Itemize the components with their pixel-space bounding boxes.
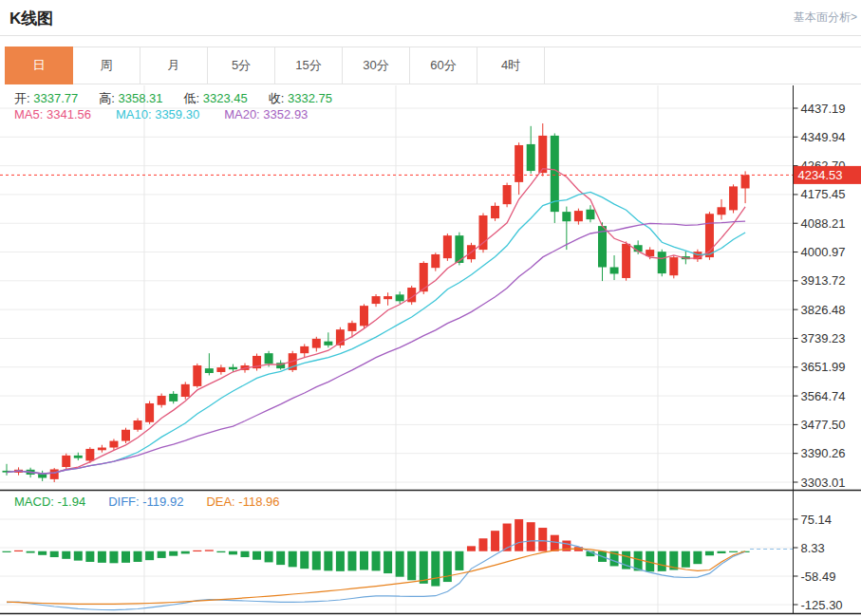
macd-axis-label: 8.33 (801, 541, 825, 555)
legend-item: DEA: -118.96 (206, 495, 279, 509)
price-axis-label: 3477.50 (801, 418, 846, 432)
legend-item: 高: 3358.31 (99, 90, 162, 107)
macd-axis-label: -125.30 (801, 598, 843, 612)
price-axis-label: 3651.99 (801, 360, 846, 374)
macd-axis-label: -58.49 (801, 569, 836, 584)
tab-日[interactable]: 日 (5, 47, 73, 84)
current-price-value: 4234.53 (798, 168, 843, 182)
legend-item: MA20: 3352.93 (224, 107, 308, 121)
price-axis-label: 4088.21 (801, 216, 846, 231)
price-axis-label: 4349.94 (801, 130, 846, 144)
macd-legend: MACD: -1.94DIFF: -119.92DEA: -118.96 (14, 495, 303, 509)
price-axis-label: 4437.19 (801, 102, 846, 116)
price-axis-label: 3913.72 (801, 273, 846, 288)
ma-legend: MA5: 3341.56MA10: 3359.30MA20: 3352.93 (14, 107, 332, 121)
price-axis-label: 4175.45 (801, 187, 846, 201)
macd-axis-label: 75.14 (801, 513, 833, 527)
price-axis-label: 3826.48 (801, 303, 846, 317)
price-axis-label: 3739.23 (801, 331, 846, 345)
legend-item: 低: 3323.45 (183, 90, 247, 107)
price-axis-label: 3564.74 (801, 389, 846, 403)
ohlc-legend: 开: 3337.77高: 3358.31低: 3323.45收: 3332.75 (14, 90, 353, 107)
price-axis-label: 3390.26 (801, 446, 846, 460)
price-axis-label: 3303.01 (801, 476, 846, 490)
legend-item: DIFF: -119.92 (108, 495, 183, 509)
legend-item: 收: 3332.75 (269, 90, 332, 107)
price-axis-label: 4000.97 (801, 245, 846, 259)
legend-item: MA10: 3359.30 (116, 107, 199, 121)
legend-item: MACD: -1.94 (14, 495, 85, 509)
legend-item: 开: 3337.77 (14, 90, 78, 107)
legend-item: MA5: 3341.56 (14, 107, 91, 121)
kline-panel: K线图 基本面分析> 日周月5分15分30分60分4时 开: 3337.77高:… (0, 0, 861, 616)
